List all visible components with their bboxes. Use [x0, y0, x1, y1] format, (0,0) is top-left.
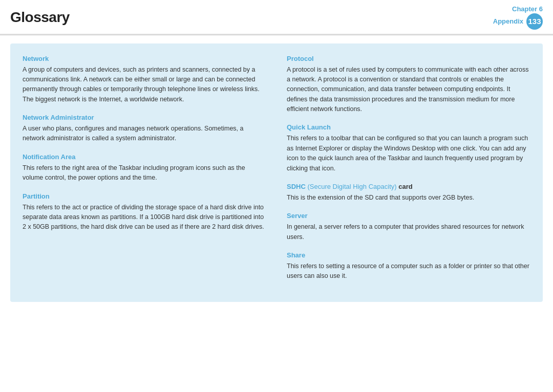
glossary-entry-right-0: ProtocolA protocol is a set of rules use…: [287, 55, 530, 115]
page-header: Glossary Chapter 6 Appendix 133: [0, 0, 553, 35]
right-column: ProtocolA protocol is a set of rules use…: [276, 55, 530, 291]
glossary-entry-right-4: ShareThis refers to setting a resource o…: [287, 251, 530, 281]
appendix-label: Appendix: [493, 17, 523, 25]
glossary-entry-left-3: PartitionThis refers to the act or pract…: [23, 192, 266, 232]
page-title: Glossary: [10, 9, 70, 26]
header-rule: [0, 35, 553, 35]
glossary-entry-right-2: SDHC (Secure Digital High Capacity) card…: [287, 183, 530, 203]
main-content: NetworkA group of computers and devices,…: [0, 43, 553, 312]
glossary-entry-left-1: Network AdministratorA user who plans, c…: [23, 114, 266, 144]
entry-definition: This refers to the act or practice of di…: [23, 203, 266, 232]
entry-term: Share: [287, 251, 530, 259]
entry-term: Network: [23, 55, 266, 62]
entry-term: Quick Launch: [287, 123, 530, 131]
entry-definition: This is the extension of the SD card tha…: [287, 193, 530, 203]
entry-term: Protocol: [287, 55, 530, 62]
glossary-entry-right-1: Quick LaunchThis refers to a toolbar tha…: [287, 123, 530, 173]
entry-definition: A protocol is a set of rules used by com…: [287, 65, 530, 115]
glossary-entry-left-0: NetworkA group of computers and devices,…: [23, 55, 266, 105]
entry-term: Partition: [23, 192, 266, 200]
entry-definition: In general, a server refers to a compute…: [287, 222, 530, 242]
appendix-badge: Appendix 133: [493, 13, 543, 30]
page-number: 133: [526, 13, 543, 30]
entry-term: Server: [287, 212, 530, 220]
entry-definition: This refers to a toolbar that can be con…: [287, 134, 530, 173]
entry-term: SDHC (Secure Digital High Capacity) card: [287, 183, 530, 190]
glossary-entry-right-3: ServerIn general, a server refers to a c…: [287, 212, 530, 242]
entry-definition: A group of computers and devices, such a…: [23, 65, 266, 105]
entry-term: Notification Area: [23, 153, 266, 161]
glossary-entry-left-2: Notification AreaThis refers to the righ…: [23, 153, 266, 183]
entry-term: Network Administrator: [23, 114, 266, 121]
entry-definition: A user who plans, configures and manages…: [23, 124, 266, 144]
chapter-badge: Chapter 6 Appendix 133: [493, 5, 543, 30]
glossary-container: NetworkA group of computers and devices,…: [10, 43, 543, 302]
entry-definition: This refers to setting a resource of a c…: [287, 262, 530, 281]
entry-definition: This refers to the right area of the Tas…: [23, 163, 266, 183]
chapter-label: Chapter 6: [512, 5, 543, 13]
left-column: NetworkA group of computers and devices,…: [23, 55, 276, 291]
